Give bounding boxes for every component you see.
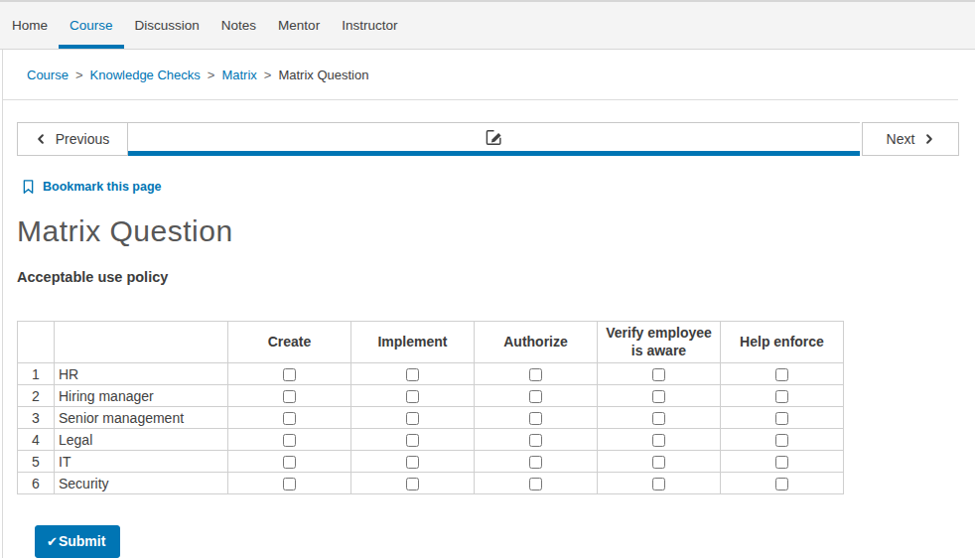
checkbox-cell — [228, 363, 351, 385]
breadcrumb-separator: > — [75, 68, 83, 82]
matrix-question-table: CreateImplementAuthorizeVerify employee … — [17, 321, 844, 494]
course-top-nav: HomeCourseDiscussionNotesMentorInstructo… — [0, 0, 975, 50]
checkbox-cell — [598, 363, 721, 385]
matrix-header-row: CreateImplementAuthorizeVerify employee … — [18, 322, 844, 363]
topnav-item-course[interactable]: Course — [59, 2, 124, 49]
checkbox-cell — [598, 473, 721, 494]
matrix-checkbox-security-help-enforce[interactable] — [775, 478, 788, 490]
checkbox-cell — [475, 473, 598, 494]
matrix-row: 1HR — [18, 363, 844, 385]
matrix-checkbox-hiring-manager-verify-employee-is-aware[interactable] — [652, 390, 665, 403]
matrix-checkbox-senior-management-create[interactable] — [283, 412, 296, 425]
previous-button[interactable]: Previous — [17, 122, 128, 156]
matrix-row: 5IT — [18, 451, 844, 473]
matrix-checkbox-hiring-manager-authorize[interactable] — [529, 390, 542, 403]
checkbox-cell — [228, 451, 351, 473]
column-header: Verify employee is aware — [598, 322, 721, 363]
checkbox-cell — [351, 473, 475, 494]
checkbox-cell — [475, 363, 598, 385]
topnav-item-home[interactable]: Home — [1, 2, 59, 49]
column-header: Create — [228, 322, 351, 363]
unit-tab[interactable] — [128, 122, 860, 156]
matrix-checkbox-hr-help-enforce[interactable] — [775, 368, 788, 381]
matrix-row: 3Senior management — [18, 407, 844, 429]
next-button[interactable]: Next — [862, 122, 959, 156]
matrix-checkbox-security-implement[interactable] — [406, 478, 419, 490]
row-number: 1 — [18, 363, 55, 385]
checkbox-cell — [475, 385, 598, 407]
matrix-checkbox-security-verify-employee-is-aware[interactable] — [652, 478, 665, 490]
chevron-right-icon — [923, 132, 934, 146]
checkbox-cell — [351, 407, 475, 429]
matrix-checkbox-hiring-manager-implement[interactable] — [406, 390, 419, 403]
breadcrumb-current: Matrix Question — [278, 68, 368, 82]
checkbox-cell — [351, 451, 475, 473]
matrix-checkbox-hr-authorize[interactable] — [529, 368, 542, 381]
corner-header-cell — [18, 322, 55, 363]
matrix-checkbox-hiring-manager-help-enforce[interactable] — [775, 390, 788, 403]
chevron-left-icon — [36, 132, 47, 146]
matrix-checkbox-legal-create[interactable] — [283, 434, 296, 447]
matrix-checkbox-senior-management-authorize[interactable] — [529, 412, 542, 425]
edit-pencil-icon — [486, 129, 502, 146]
checkbox-cell — [721, 473, 844, 494]
matrix-checkbox-it-verify-employee-is-aware[interactable] — [652, 456, 665, 469]
checkbox-cell — [598, 407, 721, 429]
submit-button[interactable]: ✔ Submit — [35, 525, 120, 558]
row-label: Legal — [55, 429, 228, 451]
matrix-checkbox-hr-implement[interactable] — [406, 368, 419, 381]
checkbox-cell — [721, 407, 844, 429]
matrix-checkbox-legal-verify-employee-is-aware[interactable] — [652, 434, 665, 447]
matrix-checkbox-senior-management-verify-employee-is-aware[interactable] — [652, 412, 665, 425]
matrix-checkbox-legal-authorize[interactable] — [529, 434, 542, 447]
checkbox-cell — [598, 385, 721, 407]
breadcrumb-separator: > — [264, 68, 272, 82]
column-header: Authorize — [475, 322, 598, 363]
matrix-checkbox-hiring-manager-create[interactable] — [283, 390, 296, 403]
checkbox-cell — [475, 429, 598, 451]
row-number: 3 — [18, 407, 55, 429]
corner-header-cell — [55, 322, 228, 363]
checkbox-cell — [721, 363, 844, 385]
checkbox-cell — [721, 385, 844, 407]
breadcrumb-link[interactable]: Matrix — [221, 68, 256, 82]
matrix-checkbox-senior-management-implement[interactable] — [406, 412, 419, 425]
matrix-checkbox-hr-verify-employee-is-aware[interactable] — [652, 368, 665, 381]
breadcrumb-link[interactable]: Course — [27, 68, 69, 82]
checkbox-cell — [475, 407, 598, 429]
row-label: Hiring manager — [55, 385, 228, 407]
main-content: Course>Knowledge Checks>Matrix>Matrix Qu… — [2, 50, 958, 558]
sequence-navigation: Previous Next — [17, 122, 959, 156]
topnav-item-instructor[interactable]: Instructor — [331, 2, 408, 49]
matrix-checkbox-hr-create[interactable] — [283, 368, 296, 381]
topnav-item-discussion[interactable]: Discussion — [124, 2, 210, 49]
row-number: 2 — [18, 385, 55, 407]
matrix-checkbox-it-implement[interactable] — [406, 456, 419, 469]
previous-label: Previous — [56, 131, 109, 147]
row-number: 5 — [18, 451, 55, 473]
row-label: IT — [55, 451, 228, 473]
matrix-checkbox-security-authorize[interactable] — [529, 478, 542, 490]
next-label: Next — [887, 131, 915, 147]
matrix-checkbox-it-create[interactable] — [283, 456, 296, 469]
row-label: Senior management — [55, 407, 228, 429]
question-heading: Acceptable use policy — [17, 269, 958, 285]
topnav-item-notes[interactable]: Notes — [210, 2, 267, 49]
check-icon: ✔ — [47, 534, 58, 549]
checkbox-cell — [598, 451, 721, 473]
matrix-checkbox-security-create[interactable] — [283, 478, 296, 490]
matrix-checkbox-it-authorize[interactable] — [529, 456, 542, 469]
checkbox-cell — [228, 385, 351, 407]
matrix-checkbox-legal-help-enforce[interactable] — [775, 434, 788, 447]
matrix-row: 2Hiring manager — [18, 385, 844, 407]
page-title: Matrix Question — [17, 214, 958, 248]
bookmark-link[interactable]: Bookmark this page — [23, 180, 161, 194]
breadcrumb-link[interactable]: Knowledge Checks — [90, 68, 201, 82]
breadcrumb-separator: > — [208, 68, 215, 82]
matrix-checkbox-senior-management-help-enforce[interactable] — [775, 412, 788, 425]
topnav-item-mentor[interactable]: Mentor — [267, 2, 331, 49]
row-label: HR — [55, 363, 228, 385]
checkbox-cell — [475, 451, 598, 473]
matrix-checkbox-it-help-enforce[interactable] — [775, 456, 788, 469]
matrix-checkbox-legal-implement[interactable] — [406, 434, 419, 447]
